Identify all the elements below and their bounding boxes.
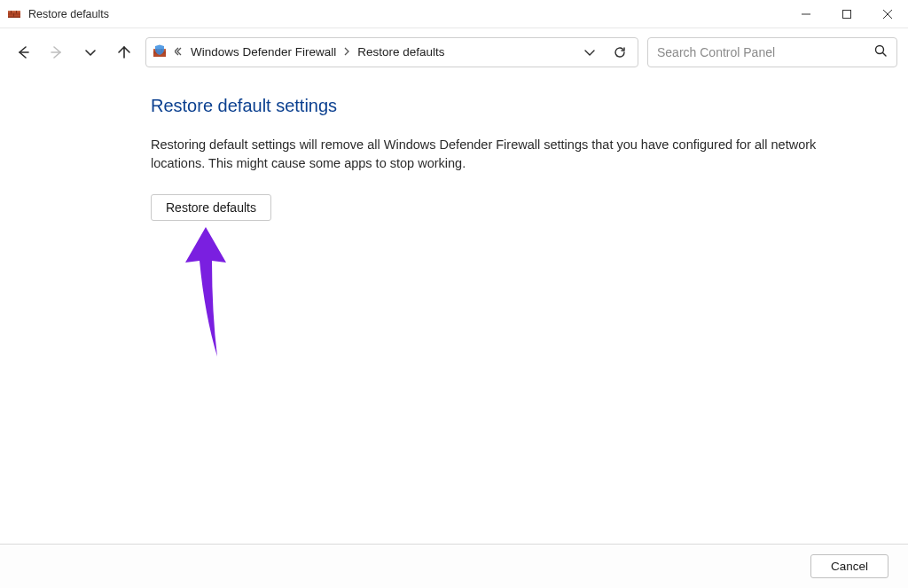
close-button[interactable] xyxy=(867,0,908,27)
annotation-arrow-icon xyxy=(175,227,237,364)
recent-locations-button[interactable] xyxy=(78,40,103,65)
search-icon[interactable] xyxy=(873,43,888,61)
svg-rect-4 xyxy=(11,11,12,13)
window-controls xyxy=(786,0,908,27)
svg-rect-8 xyxy=(843,10,851,18)
footer-bar: Cancel xyxy=(0,544,908,588)
page-description: Restoring default settings will remove a… xyxy=(151,136,855,173)
back-button[interactable] xyxy=(11,40,35,65)
svg-rect-6 xyxy=(13,13,14,16)
address-dropdown-button[interactable] xyxy=(577,40,602,65)
breadcrumb-item-current[interactable]: Restore defaults xyxy=(357,45,444,59)
content-area: Restore default settings Restoring defau… xyxy=(0,76,908,221)
search-input[interactable] xyxy=(657,45,866,59)
cancel-button[interactable]: Cancel xyxy=(810,554,888,578)
page-heading: Restore default settings xyxy=(151,96,855,116)
titlebar: Restore defaults xyxy=(0,0,908,28)
chevron-right-icon[interactable] xyxy=(341,46,352,59)
svg-rect-1 xyxy=(8,11,20,12)
svg-rect-3 xyxy=(8,16,20,17)
search-box[interactable] xyxy=(647,37,897,67)
firewall-icon xyxy=(7,7,21,21)
breadcrumb-item-parent[interactable]: Windows Defender Firewall xyxy=(191,45,336,59)
minimize-button[interactable] xyxy=(786,0,826,27)
forward-button[interactable] xyxy=(44,40,69,65)
address-bar[interactable]: Windows Defender Firewall Restore defaul… xyxy=(145,37,638,67)
window-title: Restore defaults xyxy=(28,8,109,20)
firewall-shield-icon xyxy=(152,44,168,60)
toolbar: Windows Defender Firewall Restore defaul… xyxy=(0,28,908,76)
svg-line-20 xyxy=(883,52,887,56)
refresh-button[interactable] xyxy=(607,40,632,65)
breadcrumb-overflow-icon[interactable] xyxy=(173,46,185,59)
up-button[interactable] xyxy=(112,40,137,65)
titlebar-left: Restore defaults xyxy=(0,7,109,21)
restore-defaults-button[interactable]: Restore defaults xyxy=(151,194,271,221)
maximize-button[interactable] xyxy=(826,0,867,27)
svg-rect-5 xyxy=(16,11,17,13)
